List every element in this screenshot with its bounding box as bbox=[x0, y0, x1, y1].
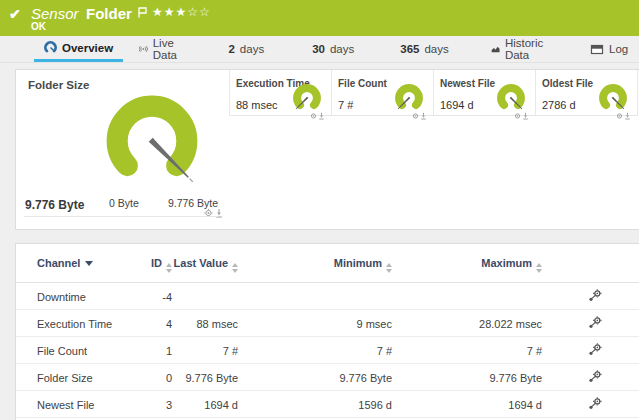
channel-id: 1 bbox=[146, 337, 172, 364]
tab-365-days[interactable]: 365days bbox=[390, 36, 458, 62]
table-header-row: Channel ID Last Value Minimum Maximum bbox=[16, 244, 639, 283]
tab-label: Log bbox=[609, 43, 628, 55]
channel-table-panel: Channel ID Last Value Minimum Maximum Do… bbox=[15, 243, 639, 420]
minimum-value: 9.776 Byte bbox=[238, 364, 392, 391]
gauge-corner-icons[interactable] bbox=[412, 106, 428, 124]
sensor-name[interactable]: Folder bbox=[86, 5, 132, 22]
column-header-actions bbox=[542, 244, 639, 283]
stars-filled: ★★★ bbox=[152, 5, 187, 19]
chart-icon bbox=[491, 42, 500, 56]
primary-gauge-title: Folder Size bbox=[28, 79, 89, 91]
channel-settings-icon[interactable] bbox=[588, 370, 602, 383]
tab-2-days[interactable]: 2days bbox=[218, 36, 274, 62]
table-row[interactable]: Downtime -4 bbox=[16, 283, 639, 310]
pin-icon bbox=[319, 113, 323, 119]
channel-settings-icon[interactable] bbox=[588, 343, 602, 356]
channel-table: Channel ID Last Value Minimum Maximum Do… bbox=[16, 244, 639, 420]
channel-id: 0 bbox=[146, 364, 172, 391]
mini-gauge-title: Newest File bbox=[440, 78, 495, 89]
minimum-value: 9 msec bbox=[238, 310, 392, 337]
tab-live-data[interactable]: Live Data bbox=[129, 36, 192, 62]
mini-gauge-value: 88 msec bbox=[236, 99, 278, 111]
channel-id: 4 bbox=[146, 310, 172, 337]
tab-overview[interactable]: Overview bbox=[34, 36, 123, 62]
folder-size-gauge bbox=[97, 86, 207, 196]
last-value: 9.776 Byte bbox=[172, 364, 238, 391]
primary-gauge-cell[interactable]: Folder Size 0 Byte 9.776 Byte 9.776 Byte bbox=[16, 70, 229, 229]
mini-gauge-file-count[interactable]: File Count 7 # bbox=[331, 70, 433, 116]
table-row[interactable]: Folder Size 0 9.776 Byte 9.776 Byte 9.77… bbox=[16, 364, 639, 391]
tab-historic-data[interactable]: Historic Data bbox=[481, 36, 558, 62]
gauge-corner-icons[interactable] bbox=[616, 106, 632, 124]
tab-label: Overview bbox=[62, 42, 113, 54]
pin-icon bbox=[625, 113, 629, 119]
tab-label: days bbox=[424, 43, 448, 55]
gauge-scale-min: 0 Byte bbox=[101, 197, 147, 209]
column-header-channel[interactable]: Channel bbox=[16, 244, 146, 283]
channel-settings-icon[interactable] bbox=[588, 397, 602, 410]
divider bbox=[24, 216, 218, 217]
sensor-header-bar: ✔ Sensor Folder ★★★☆☆ OK bbox=[0, 0, 639, 36]
last-value bbox=[172, 283, 238, 310]
column-header-minimum[interactable]: Minimum bbox=[238, 244, 392, 283]
mini-gauge-value: 1694 d bbox=[440, 99, 474, 111]
mini-gauge-oldest-file[interactable]: Oldest File 2786 d bbox=[535, 70, 637, 116]
gauge-corner-icons[interactable] bbox=[310, 106, 326, 124]
mini-gauge-value: 7 # bbox=[338, 99, 353, 111]
mini-gauge-newest-file[interactable]: Newest File 1694 d bbox=[433, 70, 535, 116]
pin-icon bbox=[523, 113, 527, 119]
tab-number: 30 bbox=[312, 43, 325, 55]
channel-settings-icon[interactable] bbox=[588, 289, 602, 302]
sort-icon bbox=[232, 263, 238, 273]
sensor-status-text: OK bbox=[31, 21, 46, 32]
gauge-icon bbox=[44, 41, 57, 54]
last-value: 7 # bbox=[172, 337, 238, 364]
table-row[interactable]: File Count 1 7 # 7 # 7 # bbox=[16, 337, 639, 364]
gauge-corner-icons[interactable] bbox=[514, 106, 530, 124]
tab-number: 365 bbox=[400, 43, 419, 55]
object-kind-label: Sensor bbox=[31, 5, 79, 22]
minimum-value bbox=[238, 283, 392, 310]
mini-gauge-title: File Count bbox=[338, 78, 387, 89]
primary-gauge-value: 9.776 Byte bbox=[25, 198, 84, 212]
priority-stars[interactable]: ★★★☆☆ bbox=[152, 5, 211, 19]
gauge-corner-icons[interactable] bbox=[204, 204, 224, 222]
tab-label: days bbox=[330, 43, 354, 55]
live-signal-icon bbox=[139, 42, 148, 56]
table-row[interactable]: Execution Time 4 88 msec 9 msec 28.022 m… bbox=[16, 310, 639, 337]
channel-name[interactable]: Newest File bbox=[16, 391, 146, 418]
table-row[interactable]: Newest File 3 1694 d 1596 d 1694 d bbox=[16, 391, 639, 418]
channel-name[interactable]: Execution Time bbox=[16, 310, 146, 337]
maximum-value bbox=[392, 283, 542, 310]
maximum-value: 7 # bbox=[392, 337, 542, 364]
mini-gauge-title: Oldest File bbox=[542, 78, 593, 89]
mini-gauge-execution-time[interactable]: Execution Time 88 msec bbox=[229, 70, 331, 116]
minimum-value: 1596 d bbox=[238, 391, 392, 418]
tab-30-days[interactable]: 30days bbox=[302, 36, 364, 62]
column-header-last-value[interactable]: Last Value bbox=[172, 244, 238, 283]
sort-icon bbox=[386, 263, 392, 273]
sort-desc-icon bbox=[85, 261, 93, 266]
tab-bar: Overview Live Data 2days 30days 365days … bbox=[0, 36, 639, 63]
channel-name[interactable]: Folder Size bbox=[16, 364, 146, 391]
tab-label: Historic Data bbox=[505, 37, 548, 61]
tab-log[interactable]: Log bbox=[580, 36, 638, 62]
column-header-maximum[interactable]: Maximum bbox=[392, 244, 542, 283]
channel-id: -4 bbox=[146, 283, 172, 310]
stars-empty: ☆☆ bbox=[187, 5, 211, 19]
pin-icon bbox=[421, 113, 425, 119]
channel-settings-icon[interactable] bbox=[588, 316, 602, 329]
tab-number: 2 bbox=[228, 43, 234, 55]
maximum-value: 1694 d bbox=[392, 391, 542, 418]
channel-id: 3 bbox=[146, 391, 172, 418]
channel-name[interactable]: File Count bbox=[16, 337, 146, 364]
column-header-id[interactable]: ID bbox=[146, 244, 172, 283]
gauges-panel: Folder Size 0 Byte 9.776 Byte 9.776 Byte… bbox=[15, 69, 639, 230]
tab-label: days bbox=[240, 43, 264, 55]
minimum-value: 7 # bbox=[238, 337, 392, 364]
channel-name[interactable]: Downtime bbox=[16, 283, 146, 310]
status-check-icon: ✔ bbox=[9, 6, 21, 22]
sort-icon bbox=[536, 263, 542, 273]
priority-flag-icon[interactable] bbox=[138, 4, 147, 22]
maximum-value: 28.022 msec bbox=[392, 310, 542, 337]
